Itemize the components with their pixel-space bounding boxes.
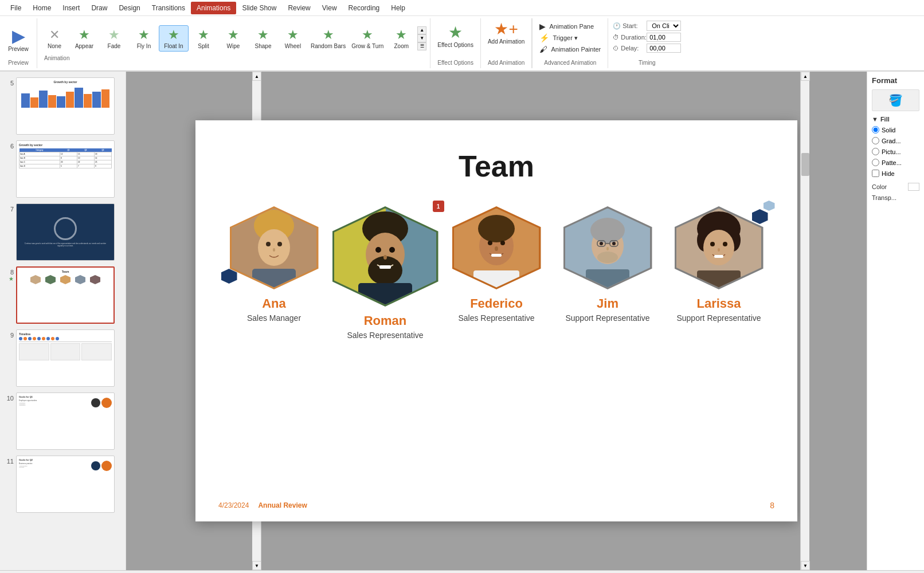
- menu-review[interactable]: Review: [282, 2, 316, 14]
- svg-point-14: [375, 247, 381, 253]
- menu-animations[interactable]: Animations: [191, 2, 236, 14]
- svg-point-4: [266, 242, 271, 246]
- slide-canvas-8[interactable]: Team: [195, 120, 797, 521]
- team-member-ana[interactable]: Ana Sales Manager: [222, 206, 326, 323]
- clock-icon: 🕐: [613, 22, 621, 30]
- canvas-right-scrollbar: ▲ ▼: [800, 72, 809, 570]
- scroll-more[interactable]: ☰: [417, 42, 426, 50]
- add-animation-button[interactable]: ★+ Add Animation Add Animation: [481, 18, 533, 68]
- slide-thumb-6[interactable]: Growth by sector CategoryQ1Q2Q3 Item A12…: [16, 140, 115, 198]
- svg-point-45: [718, 248, 720, 252]
- trigger-button[interactable]: ⚡ Trigger ▾: [537, 32, 603, 44]
- slide-thumb-9[interactable]: Timeline: [16, 329, 115, 387]
- effect-options-label: Effect Options: [437, 58, 473, 66]
- animation-painter-button[interactable]: 🖌 Animation Painter: [537, 44, 603, 55]
- fill-picture[interactable]: Pictu...: [872, 148, 919, 155]
- slide-thumb-7[interactable]: Continue was great to work with that one…: [16, 203, 115, 261]
- menu-draw[interactable]: Draw: [85, 2, 113, 14]
- slide-thumb-10[interactable]: Goals for Q1 Employee opportunities • Go…: [16, 393, 115, 450]
- member-name-larissa: Larissa: [696, 296, 741, 311]
- slide-thumb-11[interactable]: Goals for Q2 Business practice • Represe…: [16, 456, 115, 513]
- format-panel-title: Format: [872, 76, 919, 85]
- slide-item-11[interactable]: 11 Goals for Q2 Business practice • Repr…: [2, 454, 123, 514]
- blue-hex-ana: [221, 269, 237, 284]
- canvas-scroll-bottom[interactable]: ▼: [801, 561, 810, 570]
- menu-slideshow[interactable]: Slide Show: [236, 2, 282, 14]
- scroll-top-btn[interactable]: ▲: [252, 72, 261, 81]
- canvas-scroll-top[interactable]: ▲: [801, 72, 810, 81]
- animation-pane-button[interactable]: ▶ Animation Pane: [537, 21, 603, 32]
- anim-grow-turn[interactable]: ★ Grow & Turn: [349, 26, 386, 51]
- team-member-jim[interactable]: Jim Support Representative: [556, 206, 659, 323]
- svg-rect-17: [379, 265, 391, 269]
- slide-thumb-8[interactable]: Team: [16, 266, 115, 324]
- anim-split[interactable]: ★ Split: [189, 26, 218, 51]
- anim-wipe[interactable]: ★ Wipe: [218, 26, 248, 51]
- preview-group: ▶ Preview Preview: [0, 18, 37, 68]
- fill-gradient[interactable]: Grad...: [872, 137, 919, 144]
- animation-scroll: ▲ ▼ ☰: [417, 26, 426, 50]
- member-role-roman: Sales Representative: [347, 331, 423, 340]
- svg-point-44: [723, 242, 727, 246]
- fill-pattern[interactable]: Patte...: [872, 159, 919, 166]
- menu-file[interactable]: File: [5, 2, 27, 14]
- slide-thumb-5[interactable]: Growth by sector: [16, 77, 115, 135]
- anim-shape[interactable]: ★ Shape: [248, 26, 278, 51]
- svg-point-16: [383, 255, 387, 260]
- fill-hide[interactable]: Hide: [872, 170, 919, 177]
- slide-annual: Annual Review: [258, 501, 307, 509]
- anim-wheel[interactable]: ★ Wheel: [278, 26, 308, 51]
- team-member-roman[interactable]: 1: [334, 206, 437, 340]
- timing-start-select[interactable]: On Click: [647, 21, 681, 31]
- main-area: 5 Growth by sector: [0, 72, 924, 570]
- slide-item-8[interactable]: 8 ★ Team: [2, 265, 123, 325]
- scroll-up[interactable]: ▲: [417, 26, 426, 34]
- slide-item-10[interactable]: 10 Goals for Q1 Employee opportunities •…: [2, 391, 123, 451]
- svg-point-15: [389, 247, 395, 253]
- anim-zoom[interactable]: ★ Zoom: [386, 26, 416, 51]
- timing-group: 🕐 Start: On Click ⏱ Duration: ⏲ Delay:: [608, 18, 686, 68]
- scroll-bottom-btn[interactable]: ▼: [252, 561, 261, 570]
- menu-recording[interactable]: Recording: [343, 2, 386, 14]
- anim-fly-in[interactable]: ★ Fly In: [129, 26, 159, 51]
- svg-rect-21: [473, 270, 519, 288]
- member-role-ana: Sales Manager: [247, 313, 301, 323]
- team-member-larissa[interactable]: Larissa Support Representative: [667, 206, 770, 323]
- svg-point-34: [612, 242, 616, 245]
- anim-fade[interactable]: ★ Fade: [99, 26, 129, 51]
- slide-panel[interactable]: 5 Growth by sector: [0, 72, 126, 570]
- color-swatch[interactable]: [908, 183, 919, 191]
- menu-help[interactable]: Help: [385, 2, 411, 14]
- anim-random-bars[interactable]: ★ Random Bars: [308, 26, 349, 51]
- anim-none[interactable]: ✕ None: [40, 26, 69, 51]
- slide-item-5[interactable]: 5 Growth by sector: [2, 76, 123, 136]
- fill-header[interactable]: ▼ Fill: [872, 116, 919, 123]
- timing-delay-input[interactable]: [647, 44, 681, 53]
- anim-appear[interactable]: ★ Appear: [69, 26, 99, 51]
- svg-point-35: [606, 247, 609, 250]
- menu-home[interactable]: Home: [27, 2, 57, 14]
- svg-point-43: [710, 242, 715, 246]
- slide-title: Team: [195, 149, 797, 183]
- slide-item-6[interactable]: 6 Growth by sector CategoryQ1Q2Q3 Item A…: [2, 139, 123, 199]
- effect-options-button[interactable]: ★ Effect Options Effect Options: [430, 18, 481, 68]
- team-member-federico[interactable]: Federico Sales Representative: [445, 206, 548, 323]
- timing-duration-input[interactable]: [647, 33, 681, 42]
- team-members: Ana Sales Manager 1: [195, 183, 797, 340]
- menu-insert[interactable]: Insert: [57, 2, 85, 14]
- preview-button[interactable]: ▶ Preview: [5, 25, 32, 54]
- member-name-ana: Ana: [262, 296, 286, 311]
- svg-point-23: [500, 241, 505, 245]
- timing-group-label: Timing: [613, 60, 681, 66]
- menu-view[interactable]: View: [316, 2, 343, 14]
- anim-float-in[interactable]: ★ Float In: [159, 25, 189, 52]
- fill-solid[interactable]: Solid: [872, 126, 919, 134]
- status-bar: Slide 8 of 11: [0, 570, 924, 573]
- menu-transitions[interactable]: Transitions: [146, 2, 191, 14]
- canvas-area[interactable]: ▲ ▼ Team: [126, 72, 867, 570]
- format-icon-area[interactable]: 🪣: [872, 89, 919, 111]
- slide-item-9[interactable]: 9 Timeline: [2, 328, 123, 388]
- menu-design[interactable]: Design: [113, 2, 146, 14]
- scroll-down[interactable]: ▼: [417, 34, 426, 42]
- slide-item-7[interactable]: 7 Continue was great to work with that o…: [2, 202, 123, 262]
